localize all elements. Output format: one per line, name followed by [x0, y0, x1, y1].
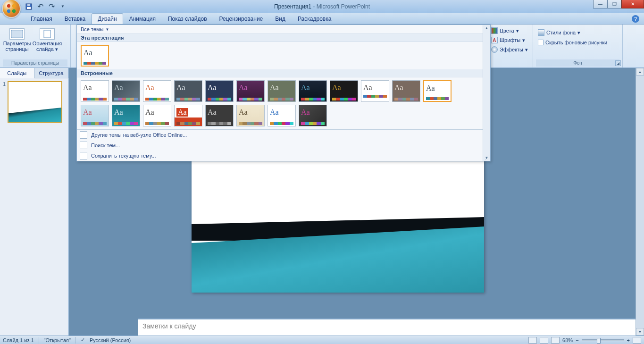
slide-orientation-button[interactable]: Ориентация слайда ▾ — [33, 26, 61, 54]
orientation-icon — [40, 28, 55, 40]
theme-item[interactable]: Aa — [81, 105, 109, 126]
page-setup-button[interactable]: Параметры страницы — [3, 26, 31, 54]
gallery-section-this: Эта презентация — [77, 34, 490, 42]
colors-button[interactable]: Цвета ▾ — [489, 26, 530, 35]
theme-item[interactable]: Aa — [174, 80, 202, 102]
help-icon[interactable]: ? — [632, 15, 639, 23]
resize-grip-icon[interactable]: ⋰ — [485, 155, 489, 160]
background-styles-button[interactable]: Стили фона ▾ — [536, 28, 582, 37]
theme-item[interactable]: Aa — [299, 80, 327, 102]
panel-tabs: Слайды Структура — [0, 68, 68, 78]
theme-item[interactable]: Aa — [143, 105, 171, 126]
slideshow-view-button[interactable] — [551, 337, 560, 344]
vertical-scrollbar[interactable]: ▲ ▼ — [636, 68, 644, 336]
group-background: Стили фона ▾ Скрыть фоновые рисунки Фон … — [533, 25, 623, 67]
fit-window-button[interactable] — [633, 337, 641, 344]
maximize-button[interactable]: ❐ — [607, 0, 621, 8]
zoom-thumb[interactable] — [597, 338, 601, 344]
spellcheck-icon[interactable]: ✓ — [81, 337, 85, 343]
sorter-view-button[interactable] — [540, 337, 548, 344]
thumb-number: 1 — [3, 81, 6, 123]
browse-themes[interactable]: Поиск тем... — [77, 140, 490, 151]
theme-item[interactable]: Aa — [268, 80, 296, 102]
svg-rect-9 — [44, 30, 50, 38]
theme-current[interactable]: Aa — [81, 45, 109, 67]
tab-design[interactable]: Дизайн — [92, 13, 123, 24]
undo-icon[interactable]: ↶ — [36, 2, 44, 11]
save-icon — [80, 152, 87, 159]
svg-point-0 — [7, 4, 10, 8]
svg-rect-8 — [12, 31, 22, 37]
slide-decoration — [192, 217, 484, 293]
theme-item[interactable]: Aa — [268, 105, 296, 126]
tab-home[interactable]: Главная — [25, 13, 59, 24]
zoom-slider[interactable] — [582, 339, 624, 341]
theme-item-selected[interactable]: Aa — [423, 80, 452, 102]
svg-point-2 — [7, 9, 10, 13]
svg-rect-6 — [27, 4, 30, 6]
ribbon-tabs: Главная Вставка Дизайн Анимация Показ сл… — [0, 13, 644, 25]
zoom-out-button[interactable]: − — [576, 337, 578, 343]
theme-item[interactable]: Aa — [81, 80, 109, 102]
qat-dropdown-icon[interactable]: ▼ — [59, 2, 67, 11]
svg-point-1 — [12, 4, 16, 8]
theme-item[interactable]: Aa — [236, 105, 265, 126]
theme-item[interactable]: Aa — [112, 105, 140, 126]
status-bar: Слайд 1 из 1 "Открытая" ✓ Русский (Росси… — [0, 336, 644, 344]
effects-button[interactable]: Эффекты ▾ — [489, 45, 530, 54]
zoom-in-button[interactable]: + — [627, 337, 630, 343]
more-themes-online[interactable]: Другие темы на веб-узле Office Online... — [77, 130, 490, 140]
close-button[interactable]: ✕ — [621, 0, 644, 8]
scroll-up-icon[interactable]: ▲ — [485, 26, 489, 30]
scroll-down-icon[interactable]: ▼ — [636, 328, 644, 336]
notes-pane[interactable]: Заметки к слайду — [138, 319, 636, 336]
theme-item[interactable]: Aa — [174, 105, 202, 126]
theme-item[interactable]: Aa — [205, 80, 234, 102]
save-icon[interactable] — [25, 2, 33, 11]
tab-storyboard[interactable]: Раскадровка — [292, 13, 337, 24]
normal-view-button[interactable] — [528, 337, 537, 344]
theme-item[interactable]: Aa — [299, 105, 327, 126]
gallery-section-builtin: Встроенные — [77, 69, 490, 77]
theme-item[interactable]: Aa — [143, 80, 171, 102]
group-page-setup-label: Параметры страницы — [3, 59, 67, 67]
effects-icon — [491, 46, 498, 53]
theme-item[interactable]: Aa — [330, 80, 358, 102]
theme-item[interactable]: Aa — [112, 80, 140, 102]
tab-insert[interactable]: Вставка — [59, 13, 92, 24]
app-name: Microsoft PowerPoint — [317, 3, 370, 10]
slide-thumbnails: 1 — [0, 78, 68, 336]
theme-item[interactable]: Aa — [236, 80, 265, 102]
status-slide-count: Слайд 1 из 1 — [3, 337, 34, 343]
checkbox-icon — [538, 40, 544, 45]
gallery-header[interactable]: Все темы▼ — [77, 25, 490, 34]
theme-item[interactable]: Aa — [392, 80, 420, 102]
svg-rect-5 — [27, 7, 31, 9]
tab-slides[interactable]: Слайды — [0, 68, 34, 78]
title-bar: ↶ ↷ ▼ Презентация1 - Microsoft PowerPoin… — [0, 0, 644, 13]
themes-gallery-dropdown: Все темы▼ Эта презентация Aa Встроенные … — [76, 25, 491, 161]
tab-animation[interactable]: Анимация — [123, 13, 162, 24]
tab-view[interactable]: Вид — [269, 13, 292, 24]
tab-slideshow[interactable]: Показ слайдов — [162, 13, 213, 24]
redo-icon[interactable]: ↷ — [47, 2, 56, 11]
scroll-up-icon[interactable]: ▲ — [636, 68, 644, 76]
theme-item[interactable]: Aa — [205, 105, 234, 126]
page-setup-label: Параметры страницы — [3, 41, 31, 52]
status-language[interactable]: Русский (Россия) — [90, 337, 131, 343]
tab-review[interactable]: Рецензирование — [213, 13, 269, 24]
dialog-launcher-icon[interactable]: ◢ — [615, 60, 621, 66]
gallery-menu: Другие темы на веб-узле Office Online...… — [77, 129, 490, 161]
slide-thumbnail-1[interactable] — [8, 81, 62, 123]
slides-panel: Слайды Структура 1 — [0, 68, 69, 336]
document-name: Презентация1 — [274, 3, 311, 10]
group-page-setup: Параметры страницы Ориентация слайда ▾ П… — [0, 25, 71, 67]
save-current-theme[interactable]: Сохранить текущую тему... — [77, 151, 490, 161]
tab-outline[interactable]: Структура — [34, 68, 69, 78]
orientation-label: Ориентация слайда ▾ — [33, 41, 62, 52]
zoom-value[interactable]: 68% — [562, 337, 573, 343]
theme-item[interactable]: Aa — [361, 80, 389, 102]
hide-bg-checkbox[interactable]: Скрыть фоновые рисунки — [536, 39, 609, 46]
minimize-button[interactable]: ― — [593, 0, 607, 8]
fonts-button[interactable]: AШрифты ▾ — [489, 36, 530, 44]
